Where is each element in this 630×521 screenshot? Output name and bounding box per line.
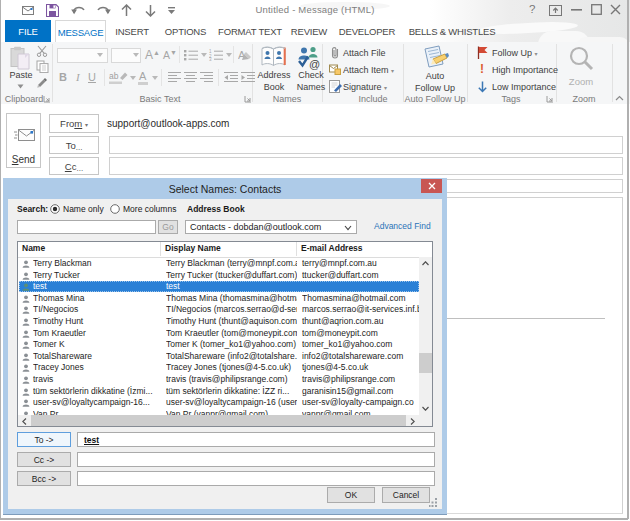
svg-text:ab: ab xyxy=(109,71,119,81)
svg-text:@: @ xyxy=(309,58,320,70)
svg-text:3: 3 xyxy=(209,57,212,61)
